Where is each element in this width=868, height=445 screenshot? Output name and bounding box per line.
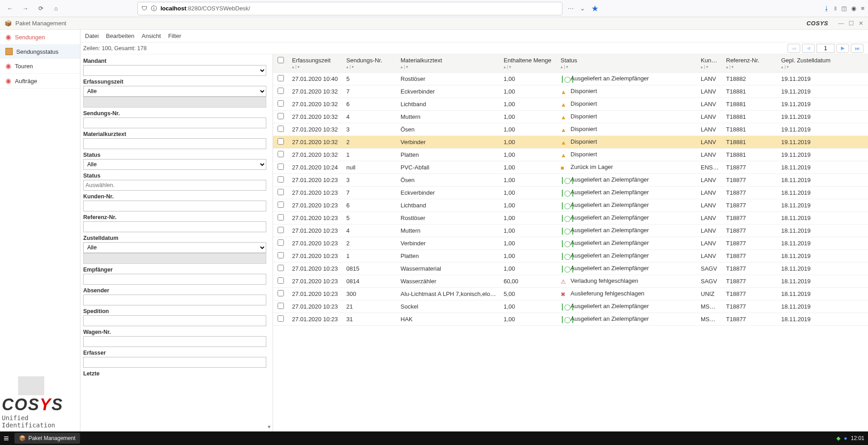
col-sendungsnr[interactable]: Sendungs-Nr.▴ | ▾ — [343, 54, 397, 72]
bookmark-star-icon[interactable]: ★ — [591, 4, 599, 14]
table-row[interactable]: 27.01.2020 10:326Lichtband1,00▲Disponier… — [273, 98, 868, 110]
filter-referenznr[interactable] — [83, 221, 266, 232]
col-zustelldatum[interactable]: Gepl. Zustelldatum▴ | ▾ — [778, 54, 868, 72]
col-menge[interactable]: Enthaltene Menge▴ | ▾ — [500, 54, 557, 72]
filter-erfzeit[interactable]: Alle — [83, 86, 266, 97]
cell-referenz: T18877 — [722, 199, 778, 211]
forward-button[interactable]: → — [19, 2, 32, 15]
table-row[interactable]: 27.01.2020 10:230815Wassermaterial1,00┃◯… — [273, 262, 868, 275]
nav-touren[interactable]: ◉ Touren — [0, 59, 80, 74]
pager-page-input[interactable] — [816, 44, 835, 53]
table-row[interactable]: 27.01.2020 10:232Verbinder1,00┃◯┃Ausgeli… — [273, 237, 868, 249]
row-checkbox[interactable] — [278, 138, 284, 145]
col-kunde[interactable]: Kunden▴ | ▾ — [697, 54, 722, 72]
row-checkbox[interactable] — [278, 227, 284, 233]
account-icon[interactable]: ◉ — [851, 5, 856, 12]
table-row[interactable]: 27.01.2020 10:2321Sockel1,00┃◯┃Ausgelief… — [273, 300, 868, 313]
start-menu-icon[interactable]: ≡ — [4, 433, 9, 444]
filter-erfasser[interactable] — [83, 357, 266, 368]
table-row[interactable]: 27.01.2020 10:231Platten1,00┃◯┃Ausgelief… — [273, 249, 868, 262]
menu-filter[interactable]: Filter — [168, 33, 181, 39]
nav-auftraege[interactable]: ◉ Aufträge — [0, 74, 80, 89]
table-row[interactable]: 27.01.2020 10:230814Wasserzähler60,00⚠Ve… — [273, 275, 868, 287]
row-checkbox[interactable] — [278, 88, 284, 94]
filter-empfaenger[interactable] — [83, 274, 266, 285]
home-button[interactable]: ⌂ — [50, 2, 62, 15]
table-row[interactable]: 27.01.2020 10:235Rostlöser1,00┃◯┃Ausgeli… — [273, 211, 868, 224]
row-checkbox[interactable] — [278, 164, 284, 170]
filter-spedition[interactable] — [83, 315, 266, 326]
filter-absender[interactable] — [83, 295, 266, 305]
table-row[interactable]: 27.01.2020 10:234Muttern1,00┃◯┃Ausgelief… — [273, 224, 868, 237]
back-button[interactable]: ← — [4, 2, 16, 15]
cell-kunde: LANV — [697, 211, 722, 224]
downloads-icon[interactable]: ⭳ — [824, 5, 830, 12]
row-checkbox[interactable] — [278, 252, 284, 258]
nav-sendungsstatus[interactable]: Sendungsstatus — [0, 45, 80, 59]
row-checkbox[interactable] — [278, 100, 284, 107]
filter-material[interactable] — [83, 138, 266, 149]
filter-status2[interactable] — [83, 180, 266, 191]
col-referenz[interactable]: Referenz-Nr.▴ | ▾ — [722, 54, 778, 72]
reload-button[interactable]: ⟳ — [34, 2, 47, 15]
taskbar-task[interactable]: 📦 Paket Management — [14, 433, 80, 444]
table-row[interactable]: 27.01.2020 10:237Eckverbinder1,00┃◯┃Ausg… — [273, 186, 868, 199]
select-all-checkbox[interactable] — [278, 57, 284, 63]
nav-sendungen[interactable]: ◉ Sendungen — [0, 30, 80, 45]
table-row[interactable]: 27.01.2020 10:327Eckverbinder1,00▲Dispon… — [273, 85, 868, 98]
col-erfassungszeit[interactable]: Erfassungszeit▴ | ▾ — [288, 54, 343, 72]
pager-prev[interactable]: ◀ — [802, 44, 815, 53]
sidebar-icon[interactable]: ◫ — [841, 5, 847, 12]
col-material[interactable]: Materialkurztext▴ | ▾ — [397, 54, 500, 72]
table-row[interactable]: 27.01.2020 10:324Muttern1,00▲DisponiertL… — [273, 110, 868, 123]
tray-info-icon[interactable]: ● — [844, 435, 847, 441]
menu-bearbeiten[interactable]: Bearbeiten — [106, 33, 134, 39]
row-checkbox[interactable] — [278, 151, 284, 157]
row-checkbox[interactable] — [278, 239, 284, 246]
page-actions-icon[interactable]: ⋯ — [568, 5, 574, 12]
row-checkbox[interactable] — [278, 126, 284, 132]
table-row[interactable]: 27.01.2020 10:233Ösen1,00┃◯┃Ausgeliefert… — [273, 173, 868, 186]
row-checkbox[interactable] — [278, 265, 284, 271]
row-checkbox[interactable] — [278, 189, 284, 195]
filter-mandant[interactable] — [83, 65, 266, 76]
table-row[interactable]: 27.01.2020 10:405Rostlöser1,00┃◯┃Ausgeli… — [273, 72, 868, 85]
row-checkbox[interactable] — [278, 75, 284, 81]
cell-sendungsnr: null — [343, 161, 397, 173]
table-row[interactable]: 27.01.2020 10:322Verbinder1,00▲Disponier… — [273, 136, 868, 148]
row-checkbox[interactable] — [278, 201, 284, 208]
menu-datei[interactable]: Datei — [85, 33, 99, 39]
address-bar[interactable]: 🛡 ⓘ localhost:8280/COSYSWebDesk/ — [137, 2, 562, 15]
row-checkbox[interactable] — [278, 290, 284, 296]
filter-zustelldatum[interactable]: Alle — [83, 242, 266, 253]
table-row[interactable]: 27.01.2020 10:23300Alu-Lichtmast A LPH 7… — [273, 287, 868, 300]
pager-last[interactable]: ⏭ — [851, 44, 863, 53]
filter-wagennr[interactable] — [83, 336, 266, 347]
row-checkbox[interactable] — [278, 113, 284, 119]
row-checkbox[interactable] — [278, 214, 284, 220]
chevron-down-icon[interactable]: ▾ — [268, 423, 272, 431]
filter-sendungsnr[interactable] — [83, 117, 266, 128]
menu-ansicht[interactable]: Ansicht — [142, 33, 161, 39]
row-checkbox[interactable] — [278, 303, 284, 309]
table-row[interactable]: 27.01.2020 10:2331HAK1,00┃◯┃Ausgeliefert… — [273, 313, 868, 325]
window-close-icon[interactable]: ✕ — [859, 20, 863, 27]
filter-kundennr[interactable] — [83, 201, 266, 211]
reader-icon[interactable]: ⌄ — [580, 5, 585, 12]
row-checkbox[interactable] — [278, 277, 284, 284]
library-icon[interactable]: ⫴ — [834, 5, 837, 12]
table-row[interactable]: 27.01.2020 10:323Ösen1,00▲DisponiertLANV… — [273, 123, 868, 136]
table-row[interactable]: 27.01.2020 10:24nullPVC-Abfall1,00■Zurüc… — [273, 161, 868, 173]
row-checkbox[interactable] — [278, 176, 284, 183]
pager-first[interactable]: ⏮ — [788, 44, 800, 53]
tray-shield-icon[interactable]: ◆ — [836, 435, 840, 441]
table-row[interactable]: 27.01.2020 10:321Platten1,00▲DisponiertL… — [273, 148, 868, 161]
window-maximize-icon[interactable]: ☐ — [849, 20, 854, 27]
table-row[interactable]: 27.01.2020 10:236Lichtband1,00┃◯┃Ausgeli… — [273, 199, 868, 211]
row-checkbox[interactable] — [278, 315, 284, 322]
col-status[interactable]: Status▴ | ▾ — [557, 54, 697, 72]
window-minimize-icon[interactable]: — — [838, 20, 844, 27]
pager-next[interactable]: ▶ — [836, 44, 849, 53]
menu-icon[interactable]: ≡ — [861, 5, 864, 12]
filter-status[interactable]: Alle — [83, 159, 266, 170]
